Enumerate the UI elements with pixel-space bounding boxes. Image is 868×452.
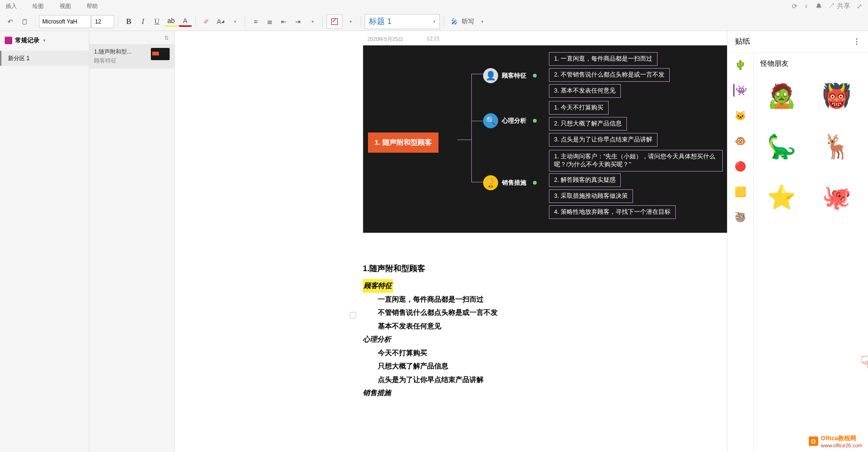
more-format-button[interactable]: ▾ [228,15,241,28]
logo-text: Office教程网 [821,435,857,442]
mm-leaf: 3. 基本不发表任何意见 [549,84,621,98]
highlight-button[interactable]: ab [164,16,178,27]
sticker-item[interactable]: 🧟 [760,75,803,117]
mm-leaf: 3. 点头是为了让你早点结束产品讲解 [549,133,657,147]
page-item[interactable]: 1.随声附和型... 顾客特征 [89,44,174,69]
mm-node-2: 🔍 心理分析 [483,113,537,128]
mm-root: 1. 随声附和型顾客 [368,132,438,153]
indent-button[interactable]: ⇥ [291,15,305,28]
notebook-selector[interactable]: 常规记录▾ [0,31,89,50]
mindmap-image[interactable]: 1. 随声附和型顾客 👤 顾客特征 1. 一直闲逛，每件商品都是一扫而过 2. … [363,45,727,233]
separator [444,16,444,27]
note-line: 今天不打算购买 [378,346,727,360]
sticker-cat-5[interactable]: 🔴 [734,160,747,173]
mm-leaf: 2. 不管销售说什么都点头称是或一言不发 [549,68,670,82]
section-tab[interactable]: 新分区 1 [0,51,89,66]
bulb-icon[interactable]: ♀ [804,2,809,10]
clear-format-button[interactable]: ✐ [200,15,213,28]
number-list-button[interactable]: ≣ [263,15,276,28]
font-name-select[interactable]: Microsoft YaH [39,15,91,28]
align-dropdown[interactable]: ▾ [305,15,319,28]
menu-insert[interactable]: 插入 [6,3,17,9]
separator [245,16,245,27]
todo-tag-button[interactable] [327,15,343,29]
close-icon[interactable]: ⋮ [853,37,860,46]
menu-help[interactable]: 帮助 [86,3,98,9]
mm-leaf: 1. 今天不打算购买 [549,101,609,115]
sticker-cat-7[interactable]: 🦥 [734,210,747,224]
notebook-icon [5,37,12,44]
note-line: 点头是为了让你早点结束产品讲解 [378,373,727,387]
mm-leaf: 2. 解答顾客的真实疑惑 [549,173,621,187]
clipboard-button[interactable]: 📋︎ [18,15,31,28]
note-line: 一直闲逛，每件商品都是一扫而过 [378,293,727,306]
magnify-icon: 🔍 [483,113,498,128]
sticker-item[interactable]: 🦕 [760,125,803,168]
italic-button[interactable]: I [136,15,149,28]
main-area: 常规记录▾ 新分区 1 ⇅ 1.随声附和型... 顾客特征 2020年5月25日… [0,31,868,452]
undo-button[interactable]: ↶ [4,15,17,28]
bullet-list-button[interactable]: ≡ [249,15,262,28]
sticker-cat-6[interactable]: 🟨 [734,185,747,198]
separator [322,16,323,27]
separator [360,16,361,27]
sticker-cat-3[interactable]: 🐱 [734,109,747,122]
note-body[interactable]: 1.随声附和型顾客 顾客特征 一直闲逛，每件商品都是一扫而过 不管销售说什么都点… [363,261,727,400]
dictate-icon[interactable]: 🎤︎ [448,15,461,28]
menu-bar: 插入 绘图 视图 帮助 ⟳ ♀ 🔔︎ ↗ 共享 ⤢ [0,0,868,12]
cursor-hand-icon: ☟ [860,352,868,372]
sub-heading: 顾客特征 [363,279,393,293]
menu-view[interactable]: 视图 [60,3,71,9]
sub-heading: 心理分析 [363,333,727,346]
sort-icon[interactable]: ⇅ [164,35,169,41]
sticker-item[interactable]: ⭐ [760,176,803,218]
share-button[interactable]: ↗ 共享 [829,2,850,10]
logo-icon: O [809,436,818,446]
format-painter-button[interactable]: A◢ [214,15,227,28]
style-select[interactable]: 标题 1▾ [365,14,440,29]
sticker-categories: 🌵 👾 🐱 🐵 🔴 🟨 🦥 [727,53,754,452]
note-canvas[interactable]: 2020年5月25日 12:21 1. 随声附和型顾客 👤 顾客特征 1. 一直… [175,31,727,452]
sticker-cat-4[interactable]: 🐵 [734,134,747,148]
tag-dropdown[interactable]: ▾ [344,15,357,28]
sticker-item[interactable]: 🐙 [815,176,858,218]
separator [35,16,35,27]
sticker-grid: 🧟 👹 🦕 🦌 ⭐ 🐙 [760,75,861,218]
font-color-button[interactable]: A [179,16,192,27]
person-icon: 👤 [483,68,498,83]
separator [118,16,118,27]
page-list-panel: ⇅ 1.随声附和型... 顾客特征 [89,31,175,452]
sync-icon[interactable]: ⟳ [792,2,798,10]
fullscreen-icon[interactable]: ⤢ [857,2,862,10]
note-time: 12:21 [427,36,440,43]
bold-button[interactable]: B [122,15,135,28]
font-size-select[interactable]: 12 [92,15,114,28]
collapse-marker[interactable] [350,312,356,319]
toolbar: ↶ 📋︎ Microsoft YaH 12 B I U ab A ✐ A◢ ▾ … [0,12,868,31]
heading: 1.随声附和型顾客 [363,261,727,276]
sticker-pack-title: 怪物朋友 [760,59,861,68]
bell-icon[interactable]: 🔔︎ [815,2,822,10]
menu-draw[interactable]: 绘图 [32,3,44,9]
underline-button[interactable]: U [150,15,164,28]
sub-heading: 销售措施 [363,386,727,400]
page-title: 1.随声附和型... [94,48,147,56]
page-subtitle: 顾客特征 [94,57,147,65]
note-date: 2020年5月25日 [368,36,403,43]
mm-leaf: 1. 主动询问客户："先生（小姐），请问您今天具体想买什么呢？/为什么不今天购买… [549,150,723,171]
sticker-item[interactable]: 🦌 [815,125,858,168]
dictate-label[interactable]: 听写 [462,17,474,26]
separator [195,16,196,27]
sticker-item[interactable]: 👹 [815,75,858,117]
note-line: 不管销售说什么都点头称是或一言不发 [378,306,727,320]
dictate-dropdown[interactable]: ▾ [475,15,488,28]
note-meta: 2020年5月25日 12:21 [368,36,439,43]
outdent-button[interactable]: ⇤ [277,15,290,28]
note-line: 基本不发表任何意见 [378,320,727,333]
page-thumbnail [151,48,170,60]
watermark-logo: O Office教程网 www.office26.com [809,434,862,448]
trophy-icon: 🏆 [483,175,498,190]
sticker-cat-2[interactable]: 👾 [733,84,746,97]
sticker-panel: 贴纸 ⋮ 🌵 👾 🐱 🐵 🔴 🟨 🦥 怪物朋友 🧟 👹 🦕 🦌 [727,31,868,452]
sticker-cat-1[interactable]: 🌵 [734,58,747,71]
